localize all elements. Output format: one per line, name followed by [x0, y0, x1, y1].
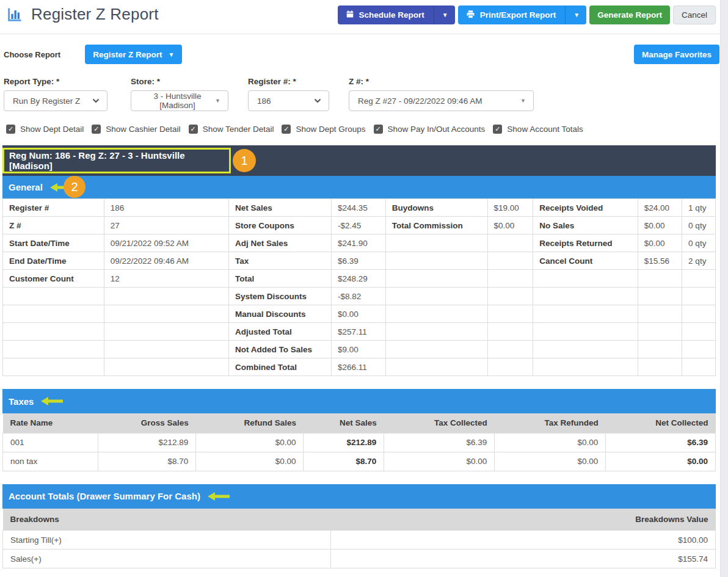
vertical-scrollbar[interactable] — [720, 0, 728, 577]
table-cell: Cancel Count — [533, 252, 638, 270]
store-label: Store: * — [131, 77, 228, 86]
table-cell — [385, 358, 487, 376]
table-cell — [385, 270, 487, 288]
register-label: Register #: * — [248, 77, 329, 86]
manage-favorites-button[interactable]: Manage Favorites — [634, 45, 719, 64]
table-row: Combined Total$266.11 — [3, 358, 716, 376]
checkbox-show-account-totals[interactable]: ✓Show Account Totals — [493, 125, 583, 134]
print-export-button[interactable]: Print/Export Report ▼ — [458, 5, 586, 24]
filter-report-type: Report Type: * Run By Register Z — [4, 77, 107, 111]
title-wrap: Register Z Report — [6, 5, 159, 24]
table-cell: $6.39 — [606, 433, 716, 452]
table-cell: Start Date/Time — [3, 234, 104, 252]
table-cell — [682, 305, 716, 323]
column-header: Rate Name — [3, 413, 98, 433]
report-select-button[interactable]: Register Z Report ▼ — [85, 45, 182, 64]
table-cell — [3, 341, 104, 358]
table-cell — [385, 305, 487, 323]
table-cell — [533, 358, 638, 376]
table-cell — [3, 358, 104, 376]
table-cell: $244.35 — [331, 199, 385, 217]
table-cell: Receipts Returned — [533, 234, 638, 252]
table-cell — [682, 358, 716, 376]
report-type-value: Run By Register Z — [13, 96, 92, 106]
checkbox-checked-icon[interactable]: ✓ — [189, 125, 198, 134]
table-cell: $0.00 — [196, 452, 304, 471]
cancel-button[interactable]: Cancel — [673, 5, 716, 24]
table-cell: 001 — [3, 433, 98, 452]
table-cell: -$2.45 — [331, 217, 385, 234]
table-cell: Tax — [228, 252, 331, 270]
table-cell — [385, 234, 487, 252]
table-cell: Buydowns — [385, 199, 487, 217]
table-cell: $0.00 — [495, 433, 606, 452]
table-row: Not Added To Sales$9.00 — [3, 341, 716, 358]
filter-register: Register #: * 186 — [248, 77, 329, 111]
triangle-down-icon: ▼ — [520, 98, 526, 104]
table-cell: $0.00 — [606, 452, 716, 471]
checkbox-checked-icon[interactable]: ✓ — [92, 125, 101, 134]
table-cell — [104, 305, 228, 323]
print-export-caret[interactable]: ▼ — [565, 5, 586, 24]
report-type-select[interactable]: Run By Register Z — [4, 90, 107, 111]
table-cell — [638, 270, 682, 288]
checkbox-checked-icon[interactable]: ✓ — [282, 125, 291, 134]
choose-report-label: Choose Report — [4, 50, 60, 59]
table-cell: $248.29 — [331, 270, 385, 288]
report-type-label: Report Type: * — [4, 77, 107, 86]
checkbox-show-pay-in-out-accounts[interactable]: ✓Show Pay In/Out Accounts — [374, 125, 486, 134]
table-cell — [3, 288, 104, 305]
table-cell — [385, 288, 487, 305]
table-cell — [385, 323, 487, 341]
table-cell: Total — [228, 270, 331, 288]
checkbox-show-dept-groups[interactable]: ✓Show Dept Groups — [282, 125, 365, 134]
table-cell — [3, 305, 104, 323]
table-cell: Adj Net Sales — [228, 234, 331, 252]
table-cell — [533, 288, 638, 305]
checkbox-label: Show Account Totals — [507, 125, 583, 134]
table-cell: Sales(+) — [3, 550, 331, 568]
generate-report-button[interactable]: Generate Report — [589, 5, 670, 24]
checkbox-show-cashier-detail[interactable]: ✓Show Cashier Detail — [92, 125, 180, 134]
table-cell: 27 — [104, 217, 228, 234]
z-number-select[interactable]: Reg Z #27 - 09/22/2022 09:46 AM ▼ — [349, 90, 534, 111]
checkbox-show-dept-detail[interactable]: ✓Show Dept Detail — [6, 125, 84, 134]
table-row: Manual Discounts$0.00 — [3, 305, 716, 323]
column-header: Gross Sales — [98, 413, 196, 433]
schedule-report-caret[interactable]: ▼ — [434, 5, 455, 24]
checkbox-checked-icon[interactable]: ✓ — [6, 125, 15, 134]
chevron-down-icon — [92, 98, 100, 103]
table-header-row: Rate NameGross SalesRefund SalesNet Sale… — [3, 413, 716, 433]
table-cell: $0.00 — [487, 217, 533, 234]
checkbox-checked-icon[interactable]: ✓ — [374, 125, 383, 134]
reg-summary-text: Reg Num: 186 - Reg Z: 27 - 3 - Huntsvill… — [9, 150, 229, 171]
table-cell: Combined Total — [228, 358, 331, 376]
print-export-label: Print/Export Report — [480, 10, 556, 20]
table-cell: $0.00 — [384, 452, 495, 471]
annotation-arrow-icon — [41, 397, 63, 405]
register-select[interactable]: 186 — [248, 90, 329, 111]
filters-row: Report Type: * Run By Register Z Store: … — [0, 64, 728, 111]
table-cell — [533, 270, 638, 288]
table-cell — [487, 270, 533, 288]
table-cell: Total Commission — [385, 217, 487, 234]
checkbox-show-tender-detail[interactable]: ✓Show Tender Detail — [189, 125, 274, 134]
chevron-down-icon — [314, 98, 321, 103]
schedule-report-button[interactable]: Schedule Report ▼ — [338, 5, 455, 24]
table-cell: $212.89 — [98, 433, 196, 452]
table-cell: $8.70 — [304, 452, 384, 471]
checkbox-checked-icon[interactable]: ✓ — [493, 125, 502, 134]
table-cell: Register # — [3, 199, 104, 217]
table-cell: 0 qty — [682, 217, 716, 234]
account-totals-section-title: Account Totals (Drawer Summary For Cash) — [9, 491, 200, 501]
chevron-down-icon: ▼ — [442, 12, 448, 18]
table-cell: No Sales — [533, 217, 638, 234]
table-cell: $15.56 — [638, 252, 682, 270]
table-cell: 12 — [104, 270, 228, 288]
table-cell: $6.39 — [331, 252, 385, 270]
table-cell — [487, 341, 533, 358]
store-select[interactable]: 3 - Huntsville [Madison] ▼ — [131, 90, 228, 111]
table-cell — [487, 234, 533, 252]
column-header: Breakdowns — [3, 509, 331, 531]
register-value: 186 — [257, 96, 314, 106]
